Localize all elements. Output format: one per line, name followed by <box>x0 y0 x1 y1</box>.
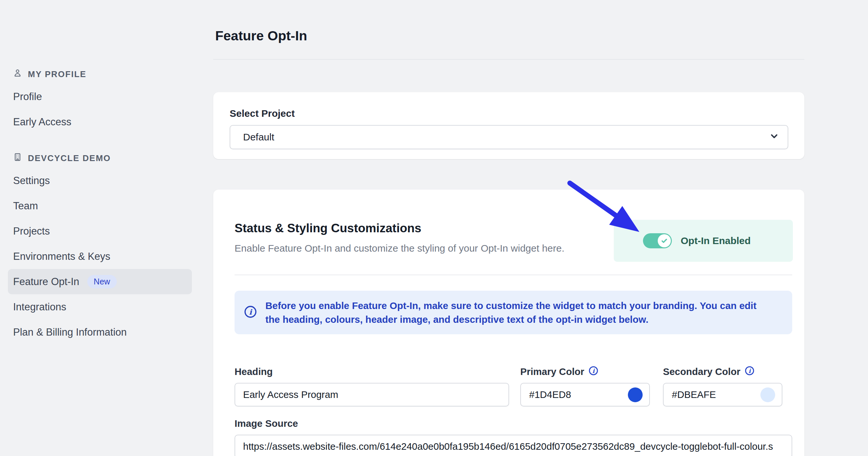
info-banner: i Before you enable Feature Opt-In, make… <box>235 291 792 334</box>
title-divider <box>213 59 804 60</box>
heading-field-group: Heading <box>235 366 509 406</box>
sidebar-section-label: MY PROFILE <box>28 69 86 80</box>
sidebar-item-label: Team <box>13 200 38 212</box>
heading-label: Heading <box>235 366 509 377</box>
sidebar-item-label: Environments & Keys <box>13 251 110 263</box>
primary-color-value: #1D4ED8 <box>529 389 571 400</box>
svg-text:i: i <box>249 308 253 316</box>
check-icon <box>660 237 669 245</box>
info-icon[interactable]: i <box>589 366 598 378</box>
sidebar-section-devcycle-demo: DEVCYCLE DEMO <box>8 148 192 168</box>
opt-in-status-panel: Opt-In Enabled <box>614 220 793 262</box>
secondary-color-label: Secondary Color <box>663 366 740 377</box>
card-divider <box>235 275 792 275</box>
sidebar-item-label: Plan & Billing Information <box>13 327 127 338</box>
sidebar-item-environments-keys[interactable]: Environments & Keys <box>8 244 192 269</box>
select-project-label: Select Project <box>229 108 788 119</box>
sidebar-item-feature-opt-in[interactable]: Feature Opt-In New <box>8 269 192 294</box>
primary-color-field-group: Primary Color i #1D4ED8 <box>520 366 650 406</box>
info-icon: i <box>244 305 257 320</box>
chevron-down-icon <box>769 130 780 144</box>
sidebar-item-label: Feature Opt-In <box>13 276 80 288</box>
sidebar-item-label: Integrations <box>13 301 66 313</box>
sidebar-item-projects[interactable]: Projects <box>8 218 192 244</box>
image-source-input[interactable] <box>235 435 792 456</box>
new-badge: New <box>87 275 117 288</box>
select-project-card: Select Project Default <box>213 92 804 159</box>
primary-color-swatch[interactable] <box>628 388 643 402</box>
toggle-knob <box>658 234 671 247</box>
image-source-label: Image Source <box>235 418 792 429</box>
heading-input[interactable] <box>235 383 509 406</box>
main-content: Feature Opt-In Select Project Default <box>213 0 804 456</box>
svg-text:i: i <box>749 367 751 374</box>
status-styling-card: Opt-In Enabled Status & Styling Customiz… <box>213 190 804 456</box>
info-icon[interactable]: i <box>745 366 754 378</box>
page-title: Feature Opt-In <box>215 28 804 43</box>
secondary-color-swatch[interactable] <box>761 388 775 402</box>
sidebar-item-early-access[interactable]: Early Access <box>8 109 192 134</box>
sidebar-item-label: Early Access <box>13 116 71 128</box>
info-banner-text: Before you enable Feature Opt-In, make s… <box>266 299 772 327</box>
sidebar-item-label: Projects <box>13 225 50 237</box>
sidebar-section-gap <box>8 134 192 148</box>
building-icon <box>13 153 22 164</box>
sidebar-item-profile[interactable]: Profile <box>8 84 192 109</box>
sidebar-item-integrations[interactable]: Integrations <box>8 294 192 320</box>
sidebar-item-label: Profile <box>13 91 42 103</box>
opt-in-toggle-label: Opt-In Enabled <box>681 235 750 246</box>
primary-color-label: Primary Color <box>520 366 584 377</box>
styling-fields-row: Heading Primary Color i #1D4ED8 <box>235 366 792 406</box>
secondary-color-field-group: Secondary Color i #DBEAFE <box>663 366 782 406</box>
card-subtitle: Enable Feature Opt-In and customize the … <box>235 242 612 254</box>
project-select-value: Default <box>243 131 274 143</box>
sidebar-item-settings[interactable]: Settings <box>8 168 192 193</box>
sidebar-item-plan-billing[interactable]: Plan & Billing Information <box>8 320 192 345</box>
image-source-field-group: Image Source <box>235 418 792 456</box>
sidebar-item-team[interactable]: Team <box>8 193 192 218</box>
sidebar-section-my-profile: MY PROFILE <box>8 64 192 84</box>
user-icon <box>13 68 22 80</box>
primary-color-input[interactable]: #1D4ED8 <box>520 383 650 406</box>
secondary-color-value: #DBEAFE <box>672 389 716 400</box>
project-select[interactable]: Default <box>229 125 788 149</box>
sidebar: MY PROFILE Profile Early Access DEVCYCLE… <box>8 64 192 345</box>
sidebar-item-label: Settings <box>13 175 50 187</box>
sidebar-section-label: DEVCYCLE DEMO <box>28 153 111 163</box>
secondary-color-input[interactable]: #DBEAFE <box>663 383 782 406</box>
opt-in-toggle[interactable] <box>643 233 672 248</box>
svg-text:i: i <box>592 367 595 374</box>
